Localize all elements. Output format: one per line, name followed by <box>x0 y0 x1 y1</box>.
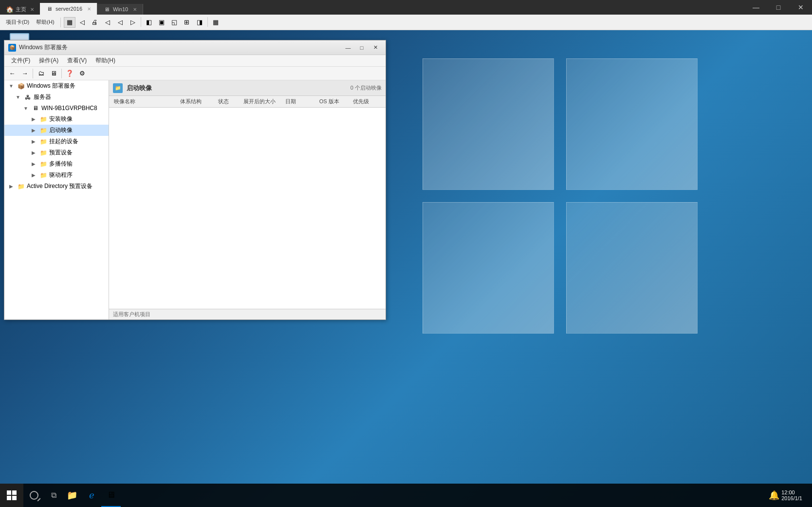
win-pane-bl <box>423 202 554 334</box>
wds-titlebar: 📦 Windows 部署服务 — □ ✕ <box>4 40 386 55</box>
computer-icon: 🖥 <box>51 70 57 77</box>
sidebar-item-prestaged[interactable]: ▶ 📁 预置设备 <box>4 147 109 158</box>
wds-menubar: 文件(F) 操作(A) 查看(V) 帮助(H) <box>4 55 386 67</box>
home-icon: 🏠 <box>6 6 14 13</box>
wds-tool-up[interactable]: 🗂 <box>35 68 47 79</box>
sidebar-pending-label: 挂起的设备 <box>49 137 78 146</box>
sidebar-item-ad[interactable]: ▶ 📁 Active Directory 预置设备 <box>4 181 109 192</box>
expand-icon-prestaged[interactable]: ▶ <box>30 149 37 157</box>
menu-action[interactable]: 操作(A) <box>35 56 62 66</box>
toolbar-btn-layout5[interactable]: ◨ <box>194 17 205 28</box>
toolbar-btn-grid[interactable]: ▦ <box>64 17 75 28</box>
search-button[interactable] <box>25 487 43 504</box>
explorer-button[interactable]: 📁 <box>62 484 82 507</box>
expand-icon-drivers[interactable]: ▶ <box>30 171 37 179</box>
col-os: OS 版本 <box>316 98 350 105</box>
expand-icon-install[interactable]: ▶ <box>30 115 37 123</box>
sidebar-item-install-images[interactable]: ▶ 📁 安装映像 <box>4 113 109 125</box>
sidebar-prestaged-label: 预置设备 <box>49 149 73 157</box>
expand-icon-pending[interactable]: ▶ <box>30 138 37 146</box>
win-square-2 <box>12 490 17 495</box>
ad-icon: 📁 <box>17 183 25 190</box>
col-priority: 优先级 <box>350 98 384 105</box>
expand-icon-root[interactable]: ▼ <box>7 82 15 90</box>
wds-taskbar-icon: 🖥 <box>107 490 115 500</box>
toolbar-btn-prev2[interactable]: ◁ <box>114 17 126 28</box>
wds-content-area: 📁 启动映像 0 个启动映像 映像名称 体系结构 状态 展开后的大小 日期 OS… <box>109 80 386 319</box>
toolbar-btn-back[interactable]: ◁ <box>76 17 88 28</box>
wds-tool-computer[interactable]: 🖥 <box>48 68 59 79</box>
home-tab[interactable]: 🏠 主页 ✕ <box>0 4 40 15</box>
sidebar-item-wds-root[interactable]: ▼ 📦 Windows 部署服务 <box>4 80 109 92</box>
toolbar-sep3 <box>207 17 208 27</box>
win10-tab-icon: 🖥 <box>103 6 110 13</box>
col-status: 状态 <box>215 98 240 105</box>
sidebar-item-server-node[interactable]: ▼ 🖥 WIN-9B1GVRPBHC8 <box>4 103 109 113</box>
toolbar-btn-layout3[interactable]: ◱ <box>168 17 180 28</box>
chrome-maximize-btn[interactable]: □ <box>767 0 790 15</box>
task-view-icon: ⧉ <box>51 491 56 500</box>
edge-button[interactable]: ℯ <box>82 484 101 507</box>
wds-tool-settings[interactable]: ⚙ <box>76 68 88 79</box>
taskbar-clock: 12:002016/1/1 <box>781 489 802 501</box>
sidebar-boot-label: 启动映像 <box>49 126 73 134</box>
wds-tool-forward[interactable]: → <box>19 68 31 79</box>
win10-tab[interactable]: 🖥 Win10 ✕ <box>97 4 143 15</box>
wds-main-window: 📦 Windows 部署服务 — □ ✕ 文件(F) 操作(A) 查看(V) 帮… <box>4 40 386 320</box>
start-button[interactable] <box>0 484 23 507</box>
toolbar-btn-layout4[interactable]: ⊞ <box>181 17 193 28</box>
col-arch: 体系结构 <box>177 98 215 105</box>
home-tab-close[interactable]: ✕ <box>30 7 34 12</box>
win-pane-tl <box>423 58 554 190</box>
toolbar-sep2 <box>141 17 141 27</box>
expand-icon-boot[interactable]: ▶ <box>30 127 37 134</box>
wds-icon: 📦 <box>9 45 15 50</box>
wds-minimize-btn[interactable]: — <box>342 43 354 53</box>
win-pane-tr <box>566 58 698 190</box>
chrome-minimize-btn[interactable]: — <box>745 0 767 15</box>
toolbar-btn-layout1[interactable]: ◧ <box>143 17 155 28</box>
menu-view[interactable]: 查看(V) <box>63 56 91 66</box>
chrome-toolbar: 项目卡(D) 帮助(H) ▦ ◁ 🖨 ◁ ◁ ▷ ◧ ▣ ◱ ⊞ ◨ ▦ <box>0 15 812 30</box>
expand-icon-server[interactable]: ▼ <box>22 104 30 112</box>
up-icon: 🗂 <box>38 70 44 77</box>
win10-tab-close[interactable]: ✕ <box>133 7 137 12</box>
toolbar-menu-projcard[interactable]: 项目卡(D) <box>3 18 32 27</box>
server2016-tab-close[interactable]: ✕ <box>87 6 91 12</box>
toolbar-btn-layout2[interactable]: ▣ <box>156 17 167 28</box>
menu-help[interactable]: 帮助(H) <box>92 56 119 66</box>
server2016-tab[interactable]: 🖥 server2016 ✕ <box>40 3 97 15</box>
help-icon: ❓ <box>66 70 74 77</box>
toolbar-btn-print[interactable]: 🖨 <box>89 17 101 28</box>
sidebar-item-boot-images[interactable]: ▶ 📁 启动映像 <box>4 125 109 136</box>
tool-sep1 <box>33 69 33 78</box>
wds-tool-help[interactable]: ❓ <box>64 68 75 79</box>
toolbar-btn-next[interactable]: ▷ <box>127 17 139 28</box>
wds-tool-back[interactable]: ← <box>6 68 18 79</box>
home-tab-label: 主页 <box>16 6 26 13</box>
chrome-close-btn[interactable]: ✕ <box>790 0 812 15</box>
menu-file[interactable]: 文件(F) <box>7 56 34 66</box>
toolbar-btn-prev1[interactable]: ◁ <box>102 17 113 28</box>
wds-maximize-btn[interactable]: □ <box>355 43 368 53</box>
content-header-icon: 📁 <box>113 83 123 93</box>
sidebar-item-multicast[interactable]: ▶ 📁 多播传输 <box>4 158 109 169</box>
wds-title-icon: 📦 <box>8 44 16 52</box>
taskbar-show-desktop[interactable] <box>804 486 808 505</box>
wds-close-btn[interactable]: ✕ <box>369 43 382 53</box>
settings-icon: ⚙ <box>79 70 85 77</box>
toolbar-icons: ▦ ◁ 🖨 ◁ ◁ ▷ ◧ ▣ ◱ ⊞ ◨ ▦ <box>64 17 221 28</box>
toolbar-btn-props[interactable]: ▦ <box>210 17 221 28</box>
sidebar-item-drivers[interactable]: ▶ 📁 驱动程序 <box>4 169 109 181</box>
servers-icon: 🖧 <box>24 94 32 101</box>
expand-icon-servers[interactable]: ▼ <box>14 94 22 101</box>
wds-taskbar-button[interactable]: 🖥 <box>101 484 121 507</box>
expand-icon-ad[interactable]: ▶ <box>7 183 15 190</box>
toolbar-menu-help[interactable]: 帮助(H) <box>33 18 57 27</box>
task-view-button[interactable]: ⧉ <box>45 487 62 504</box>
expand-icon-multicast[interactable]: ▶ <box>30 160 37 168</box>
sidebar-item-servers[interactable]: ▼ 🖧 服务器 <box>4 92 109 103</box>
content-table-header: 映像名称 体系结构 状态 展开后的大小 日期 OS 版本 优先级 <box>109 96 386 108</box>
toolbar-sep1 <box>60 18 61 27</box>
sidebar-item-pending[interactable]: ▶ 📁 挂起的设备 <box>4 136 109 147</box>
